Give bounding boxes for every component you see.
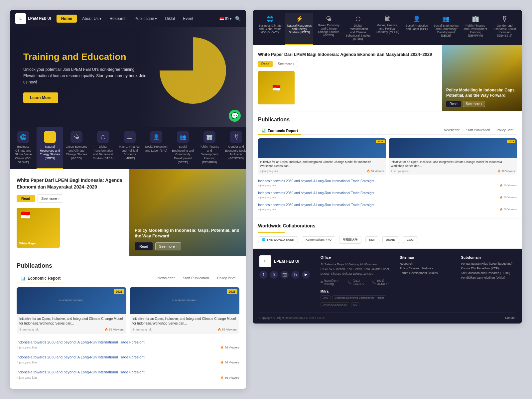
- right-newsletter-tab[interactable]: Newsletter: [441, 127, 463, 135]
- right-pub-card-1[interactable]: 2023 Initiative for an Open, Inclusive, …: [258, 138, 386, 174]
- category-mppe[interactable]: 🏛 Macro, Finance, and Political Economy …: [116, 127, 143, 169]
- right-nav-mppe-icon: 🏛: [375, 15, 400, 22]
- categories-bar: 🌐 Business Climate and Global Value Chai…: [10, 127, 246, 169]
- right-pub-list-time-3: 4 jam yang lalu: [258, 208, 276, 211]
- language-button[interactable]: 🇮🇩 ID ▾: [219, 17, 232, 21]
- right-wp-right: Policy Modelling in Indonesia: Gaps, Pot…: [442, 45, 522, 111]
- sitemap-policy-link[interactable]: Policy Research Network: [400, 267, 454, 270]
- right-nav-gccs[interactable]: 🌤 Green Economy and Climate Change Studi…: [315, 13, 342, 45]
- wp-actions: Read See more ›: [17, 195, 123, 202]
- right-nav-spl[interactable]: 👤 Social Protection and Labor (SPL): [403, 13, 431, 45]
- right-pub-card-2[interactable]: 2023 Initiative for an Open, Inclusive, …: [389, 138, 517, 174]
- collaborations-title: Worldwide Collaborations: [258, 223, 517, 228]
- diklat-nav-link[interactable]: Diklat: [162, 16, 178, 21]
- pub-card-1-desc: Initiative for an Open, Inclusive, and I…: [19, 317, 124, 326]
- pm-read-button[interactable]: Read: [135, 242, 153, 250]
- category-spl[interactable]: 👤 Social Protection and Labor (SPL): [143, 127, 170, 169]
- wp-read-button[interactable]: Read: [17, 195, 35, 202]
- search-icon[interactable]: 🔍: [235, 16, 241, 21]
- pm-see-more-button[interactable]: See more ›: [155, 242, 181, 250]
- pub-list-item-1[interactable]: Indonesia towards 2030 and beyond: A Lon…: [17, 337, 239, 352]
- right-wp-section: White Paper Dari LPEM Bagi Indonesia: Ag…: [253, 45, 522, 111]
- right-pm-read-button[interactable]: Read: [446, 101, 461, 107]
- right-economic-report-tab[interactable]: 📊 Economic Report: [258, 127, 301, 135]
- pub-list-time-2: 4 jam yang lalu: [17, 361, 37, 364]
- publication-nav-link[interactable]: Publication ▾: [132, 16, 160, 21]
- pub-card-2[interactable]: MACROECONOMIC 2023 Initiative for an Ope…: [130, 287, 239, 334]
- subdomain-terc-link[interactable]: Tax Education and Research (TERC): [461, 271, 515, 275]
- collab-kementerian[interactable]: Kementerian PPIU: [302, 236, 335, 243]
- category-nres[interactable]: ⚡ Natural Resources and Energy Studies (…: [37, 127, 63, 169]
- right-staff-pub-tab[interactable]: Staff Publication: [463, 127, 493, 135]
- right-nav-dtbs[interactable]: ⬡ Digital Transformation and Climate Beh…: [344, 13, 372, 45]
- navbar: L LPEM FEB UI Home About Us ▾ Research P…: [10, 10, 246, 27]
- category-devpfin[interactable]: 🏢 Public Finance and Development Plannin…: [196, 127, 223, 169]
- right-pub-card-1-badge: 2023: [376, 140, 385, 143]
- pub-list-item-2[interactable]: Indonesia towards 2030 and beyond: A Lon…: [17, 352, 239, 367]
- instagram-icon[interactable]: 📷: [281, 271, 289, 279]
- right-pub-list-views-3: 🔥 56 Viewers: [499, 208, 517, 211]
- category-gccs[interactable]: 🌤 Green Economy and Climate Change Studi…: [63, 127, 90, 169]
- home-nav-button[interactable]: Home: [57, 15, 77, 23]
- collab-gggi[interactable]: GGGI: [403, 236, 418, 243]
- subdomain-diklat-link[interactable]: Pendidikan dan Pelatihan (Diklat): [461, 276, 515, 279]
- wp-see-more-button[interactable]: See more ›: [38, 195, 63, 202]
- logo-icon: L: [15, 13, 26, 24]
- subdomain-greenbudget-link[interactable]: Penganggaran Hijau (Greenbudgeting): [461, 262, 515, 265]
- footer-contact-link[interactable]: Contact: [505, 316, 515, 320]
- right-wp-see-more-button[interactable]: See more ›: [275, 61, 297, 67]
- policy-brief-tab[interactable]: Policy Brief: [213, 274, 239, 283]
- right-pm-see-more-button[interactable]: See more ›: [463, 101, 485, 107]
- subdomain-kep-link[interactable]: Komite Etik Penelitian (KEP): [461, 267, 515, 270]
- newsletter-tab[interactable]: Newsletter: [154, 274, 179, 283]
- spl-icon: 👤: [150, 131, 162, 143]
- right-nav-genesis[interactable]: ⚧ Gender and Economic-Social Inclusion (…: [491, 13, 519, 45]
- policy-modelling-title: Policy Modelling in Indonesia: Gaps, Pot…: [135, 228, 241, 239]
- collab-waseda[interactable]: 早稲田大学: [339, 236, 361, 244]
- whatsapp-button[interactable]: 💬: [229, 110, 241, 122]
- right-policy-brief-tab[interactable]: Policy Brief: [493, 127, 517, 135]
- right-nav-devpfin[interactable]: 🏢 Public Finance and Development Plannin…: [462, 13, 489, 45]
- mitra-logo-4[interactable]: I20: [351, 302, 359, 307]
- right-wp-read-button[interactable]: Read: [258, 61, 273, 67]
- category-genesis[interactable]: ⚧ Gender and Economic-Social Inclusion (…: [223, 127, 246, 169]
- right-pub-list-item-1[interactable]: Indonesia towards 2030 and beyond: A Lon…: [258, 177, 517, 189]
- staff-pub-tab[interactable]: Staff Publication: [179, 274, 213, 283]
- about-nav-link[interactable]: About Us ▾: [79, 16, 104, 21]
- right-pub-list-item-3[interactable]: Indonesia towards 2030 and beyond: A Lon…: [258, 201, 517, 213]
- mitra-logo-1[interactable]: Univ: [321, 295, 331, 300]
- arrow-icon: ›: [481, 102, 482, 106]
- mitra-logo-3[interactable]: UKMINDONESIA.ID: [321, 302, 349, 307]
- right-nav-mppe[interactable]: 🏛 Macro, Finance, and Political Economy …: [373, 13, 401, 45]
- research-nav-link[interactable]: Research: [107, 16, 129, 21]
- category-dtbs[interactable]: ⬡ Digital Transformation and Behavioral …: [90, 127, 116, 169]
- twitter-icon[interactable]: 𝕏: [270, 271, 278, 279]
- sitemap-forum-link[interactable]: Forum Development Studies: [400, 271, 454, 275]
- economic-report-tab[interactable]: 📊 Economic Report: [17, 274, 65, 283]
- right-pm-title: Policy Modelling in Indonesia: Gaps, Pot…: [446, 88, 518, 98]
- logo: L LPEM FEB UI: [15, 13, 51, 24]
- world-bank-icon: 🌐: [262, 238, 265, 241]
- event-nav-link[interactable]: Event: [180, 16, 196, 21]
- right-nav-bc-glove[interactable]: 🌐 Business Climate and Global Value (BC-…: [256, 13, 284, 45]
- mitra-logo-2[interactable]: Business Economic Sustainability Tracker: [332, 295, 386, 300]
- right-nav-nres[interactable]: ⚡ Natural Resources and Energy Studies (…: [285, 13, 313, 45]
- youtube-icon[interactable]: ▶: [302, 271, 310, 279]
- pub-list-views-3: 🔥 56 Viewers: [220, 376, 239, 379]
- pub-list-item-3[interactable]: Indonesia towards 2030 and beyond: A Lon…: [17, 367, 239, 382]
- pub-card-2-views: 🔥 56 Viewers: [217, 328, 237, 331]
- linkedin-icon[interactable]: in: [291, 271, 299, 279]
- right-nav-sece[interactable]: 👥 Social Engineering and Community Devel…: [432, 13, 460, 45]
- sitemap-research-link[interactable]: Research: [400, 262, 454, 265]
- collab-world-bank[interactable]: 🌐 THE WORLD BANK: [258, 236, 298, 243]
- right-pub-list-item-2[interactable]: Indonesia towards 2030 and beyond: A Lon…: [258, 189, 517, 201]
- facebook-icon[interactable]: f: [259, 271, 267, 279]
- category-bc-glove[interactable]: 🌐 Business Climate and Global Value Chai…: [10, 127, 37, 169]
- collab-usaid[interactable]: USAID: [382, 236, 399, 243]
- category-sece[interactable]: 👥 Social Engineering and Community Devel…: [170, 127, 196, 169]
- pub-card-1[interactable]: MACROECONOMIC 2023 Initiative for an Ope…: [17, 287, 126, 334]
- footer-email: ✉ lpem@em-feu.org: [321, 279, 344, 286]
- right-pub-cards: 2023 Initiative for an Open, Inclusive, …: [258, 138, 517, 174]
- collab-kmi[interactable]: KMI: [365, 236, 378, 243]
- learn-more-button[interactable]: Learn More: [23, 92, 58, 103]
